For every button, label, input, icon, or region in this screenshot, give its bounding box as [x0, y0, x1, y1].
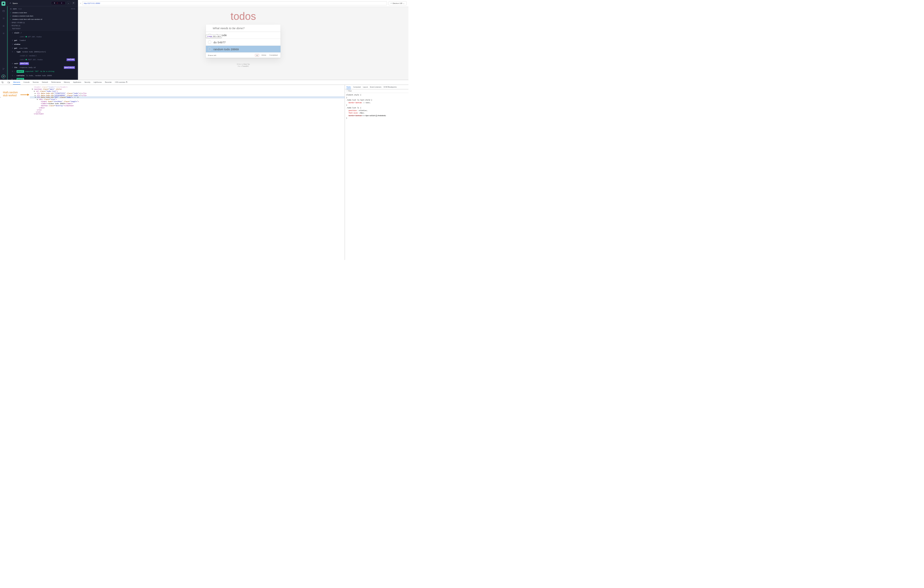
svg-rect-1 — [3, 10, 5, 12]
dom-node[interactable]: <label>random todo 28869</label> — [30, 103, 345, 105]
css-rule[interactable]: .todo-list li {position: relative;font-s… — [346, 107, 407, 119]
author-link[interactable]: Evan You — [244, 64, 250, 65]
filter-active[interactable]: Active — [261, 54, 267, 57]
devtools-tab-console[interactable]: Console — [23, 80, 30, 84]
command-row[interactable]: (xhr) GET 200 /todos — [9, 35, 76, 38]
device-toolbar-icon[interactable] — [7, 82, 10, 83]
devtools-tab-performance[interactable]: Performance — [51, 80, 61, 84]
dom-node[interactable]: </section> — [30, 113, 345, 115]
filter-all[interactable]: All — [255, 54, 259, 57]
styles-tab-computed[interactable]: Computed — [353, 85, 361, 89]
devtools-tab-css-overview[interactable]: CSS overview ⚗ — [115, 80, 128, 84]
chevron-down-icon: ⌄ — [403, 2, 404, 4]
styles-filter-input[interactable] — [348, 90, 407, 92]
dom-node[interactable]: <input type="checkbox" class="toggle"> — [30, 100, 345, 103]
command-row[interactable]: (xhr) POST 201 /todosnewTodo — [9, 58, 76, 62]
devtools-tab-application[interactable]: Application — [73, 80, 82, 84]
elements-tree[interactable]: Math.randomstub worked ⋯ <header class="… — [0, 85, 345, 260]
runner-title: Specs — [13, 2, 18, 4]
styles-tab-styles[interactable]: Styles — [346, 85, 351, 89]
svg-point-4 — [3, 68, 3, 69]
todo-item[interactable]: random todo 28869 — [206, 46, 280, 53]
chevron-down-icon[interactable]: ⌄ — [67, 1, 70, 5]
run-stats: ✓3 ✗-- ⦿-- — [51, 1, 65, 5]
devtools-tab-lighthouse[interactable]: Lighthouse — [93, 80, 102, 84]
dom-node[interactable]: ▼ <li data-todo-id="567" class="todo"> =… — [30, 96, 345, 99]
app-title: todos — [206, 10, 280, 22]
breadcrumb-ellipsis-icon[interactable]: ⋯ — [0, 96, 1, 98]
command-row[interactable]: (stub-1) random() — [9, 54, 76, 58]
refresh-icon[interactable]: ⟳ — [72, 1, 75, 5]
browser-select[interactable]: ✦ Electron 130 ⌄ — [389, 1, 407, 5]
svg-rect-9 — [9, 82, 10, 83]
css-rule[interactable]: element.style {} — [346, 94, 407, 99]
electron-icon: ✦ — [390, 2, 392, 4]
collapse-icon[interactable]: ⇥ — [9, 2, 11, 4]
styles-tab-dom-breakpoints[interactable]: DOM Breakpoints — [383, 85, 397, 89]
dom-node[interactable]: ▼ <div class="view"> — [30, 99, 345, 100]
svg-rect-8 — [8, 82, 9, 83]
dom-node[interactable]: ▶ <li data-todo-id="7370875353" class="t… — [30, 92, 345, 94]
toggle-checkbox[interactable] — [208, 40, 211, 44]
devtools-tabs: ElementsConsoleSourcesNetworkPerformance… — [0, 80, 408, 85]
svg-point-3 — [3, 33, 4, 34]
toggle-checkbox[interactable] — [208, 47, 211, 51]
command-row[interactable]: 6wait @newTodo — [9, 62, 76, 66]
debug-icon[interactable] — [2, 24, 5, 28]
devtools-tab-network[interactable]: Network — [41, 80, 48, 84]
filter-completed[interactable]: Completed — [269, 54, 279, 57]
spec-file-row[interactable]: ▤ spec.cy.js 00:01 — [7, 6, 78, 11]
command-row[interactable]: 1visit / — [9, 31, 76, 35]
devtools-tab-security[interactable]: Security — [84, 80, 91, 84]
styles-tab-layout[interactable]: Layout — [363, 85, 368, 89]
specs-list-icon[interactable] — [2, 16, 5, 20]
command-row[interactable]: 9contains li.todo, random todo 28869 — [9, 73, 76, 77]
dom-node[interactable]: ▶ <li data-todo-id="6254248866" class="t… — [30, 94, 345, 96]
new-todo-input[interactable] — [206, 25, 280, 32]
todo-item[interactable]: do 54977li.todo 550 × 58.8 — [206, 39, 280, 46]
dom-node[interactable]: ▼ <ul class="todo-list"> — [30, 90, 345, 92]
branch-icon[interactable] — [2, 67, 5, 71]
command-row[interactable]: 4get .new-todo — [9, 46, 76, 50]
css-rule[interactable]: .todo-list li:last-child {border-bottom:… — [346, 99, 407, 107]
selector-playground-icon[interactable]: ⌖ — [80, 2, 81, 5]
inspect-icon[interactable] — [1, 81, 5, 83]
command-row[interactable]: 8assert expected '567' to be a string — [9, 69, 76, 73]
app-logo-icon[interactable] — [2, 2, 5, 5]
svg-point-5 — [3, 69, 3, 70]
settings-icon[interactable] — [2, 31, 5, 35]
test-row[interactable]: creates a todo item with non-random id — [8, 18, 78, 21]
test-row[interactable]: creates a random todo item — [8, 14, 78, 18]
dom-node[interactable]: </div> — [30, 107, 345, 109]
dom-node[interactable]: <button class="destroy"></button> — [30, 105, 345, 107]
dom-node[interactable]: <header class="header"></header> — [30, 86, 345, 88]
devtools-tab-elements[interactable]: Elements — [13, 80, 20, 84]
command-row[interactable]: 2get .loaded — [9, 38, 76, 43]
command-row[interactable]: 5type random todo 28869{enter} — [9, 50, 76, 54]
command-row[interactable]: 3window — [9, 43, 76, 46]
section-header[interactable]: › ROUTES (1) — [8, 24, 78, 27]
dom-node[interactable]: </ul> — [30, 111, 345, 113]
url-input[interactable]: http://127.0.0.1:3000/ — [82, 1, 387, 5]
section-header[interactable]: › SPIES / STUBS (1) — [8, 21, 78, 24]
devtools-tab-recorder[interactable]: Recorder — [105, 80, 112, 84]
spec-duration: 00:01 — [71, 8, 75, 10]
project-link[interactable]: TodoMVC — [242, 66, 249, 67]
styles-tab-event-listeners[interactable]: Event Listeners — [370, 85, 381, 89]
dom-node[interactable]: </li> — [30, 109, 345, 111]
test-row[interactable]: creates a todo item — [8, 11, 78, 14]
filter-icon: ⑂ — [346, 90, 347, 92]
activity-bar: cy — [0, 0, 7, 80]
command-row[interactable]: 10assert expected <li.todo> to have attr… — [9, 77, 76, 80]
dashboard-icon[interactable] — [2, 9, 5, 13]
devtools-tab-memory[interactable]: Memory — [64, 80, 70, 84]
element-tooltip: li.todo 550 × 58.8 — [206, 35, 222, 38]
styles-panel: StylesComputedLayoutEvent ListenersDOM B… — [345, 85, 408, 260]
svg-point-6 — [4, 68, 5, 69]
command-row[interactable]: 7its .response.body.id@newTodoId — [9, 66, 76, 69]
app-credits: Written by Evan You Part of TodoMVC — [206, 63, 280, 68]
dom-node[interactable]: ▼ <section class="main" style> — [30, 88, 345, 90]
section-header[interactable]: ⌄ TEST BODY — [8, 27, 78, 30]
devtools-tab-sources[interactable]: Sources — [33, 80, 39, 84]
cypress-logo-icon[interactable]: cy — [2, 75, 5, 78]
